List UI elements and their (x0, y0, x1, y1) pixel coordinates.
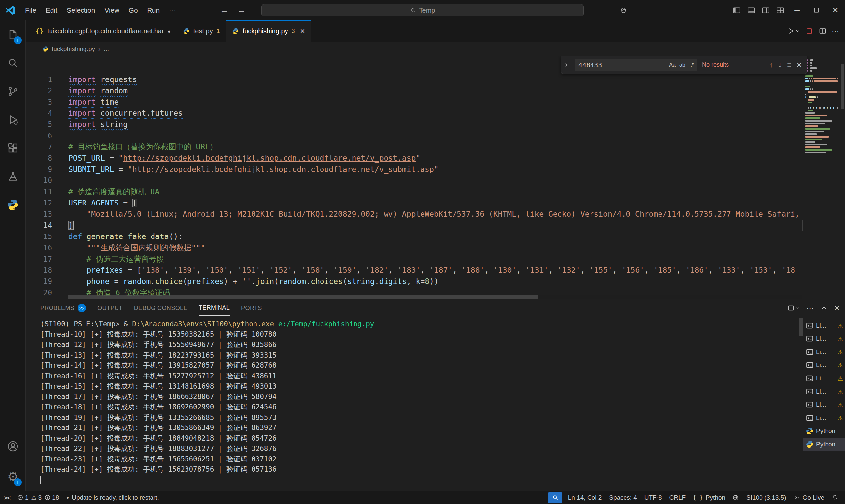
screen-reader-zoom-indicator[interactable] (548, 492, 562, 503)
code-line[interactable]: 5import string (26, 119, 803, 130)
code-line[interactable]: 15def generate_fake_data(): (26, 231, 803, 242)
menu-view[interactable]: View (100, 0, 124, 20)
editor-horizontal-scrollbar[interactable] (68, 294, 802, 300)
sync-dropdown-icon[interactable] (616, 0, 631, 20)
breadcrumb-more[interactable]: ... (104, 46, 109, 53)
breadcrumb-file[interactable]: fuckphishing.py (52, 46, 95, 53)
close-find-icon[interactable]: ✕ (796, 61, 802, 69)
problems-status[interactable]: 1 ⚠ 3 18 (14, 491, 63, 504)
indentation[interactable]: Spaces: 4 (605, 491, 641, 504)
code-line[interactable]: 16 """生成符合国内规则的假数据""" (26, 242, 803, 253)
run-python-file-button[interactable] (787, 27, 800, 35)
update-message[interactable]: ● Update is ready, click to restart. (63, 491, 163, 504)
sidebar-item-source-control[interactable] (0, 77, 26, 106)
maximize-panel-icon[interactable] (820, 304, 828, 312)
notifications-bell-icon[interactable] (828, 491, 842, 504)
code-line[interactable]: 19 phone = random.choice(prefixes) + ''.… (26, 276, 803, 287)
tab-output[interactable]: OUTPUT (98, 301, 122, 316)
tab-fuckphishing-py[interactable]: fuckphishing.py 3 ✕ (226, 20, 312, 41)
split-terminal-icon[interactable] (787, 304, 800, 312)
breadcrumb[interactable]: fuckphishing.py › ... (26, 42, 845, 56)
close-panel-icon[interactable]: ✕ (834, 304, 840, 312)
code-line[interactable]: 2import random (26, 85, 803, 96)
tab-test-py[interactable]: test.py 1 (177, 20, 226, 41)
terminal-scrollbar[interactable] (799, 318, 803, 336)
code-line[interactable]: 14] (26, 220, 803, 231)
terminal-tab-3[interactable]: Li...⚠ (803, 359, 845, 372)
toggle-sidebar-icon[interactable] (729, 0, 744, 20)
code-line[interactable]: 9SUBMIT_URL = "http://szopcdekli.bcdefgh… (26, 164, 803, 175)
python-interpreter[interactable]: SI100 (3.13.5) (743, 491, 790, 504)
eol-sequence[interactable]: CRLF (666, 491, 689, 504)
account-icon[interactable] (0, 432, 26, 461)
toggle-secondary-sidebar-icon[interactable] (758, 0, 773, 20)
terminal-tab-6[interactable]: Li...⚠ (803, 398, 845, 411)
encoding[interactable]: UTF-8 (641, 491, 666, 504)
nav-forward-icon[interactable]: → (237, 5, 246, 15)
code-line[interactable]: 1import requests (26, 74, 803, 85)
tab-ports[interactable]: PORTS (241, 301, 262, 316)
split-editor-icon[interactable] (818, 27, 827, 35)
terminal-tab-2[interactable]: Li...⚠ (803, 345, 845, 359)
sidebar-item-search[interactable] (0, 49, 26, 77)
code-line[interactable]: 3import time (26, 96, 803, 108)
stop-icon[interactable] (805, 27, 813, 35)
customize-layout-icon[interactable] (773, 0, 788, 20)
code-line[interactable]: 12USER_AGENTS = [ (26, 197, 803, 209)
code-line[interactable]: 8POST_URL = "http://szopcdekli.bcdefghij… (26, 152, 803, 164)
terminal-tab-4[interactable]: Li...⚠ (803, 372, 845, 385)
settings-gear-icon[interactable]: ⚙ 1 (0, 463, 26, 491)
minimize-button[interactable]: ─ (788, 0, 807, 20)
command-center-search[interactable]: Temp (261, 4, 584, 17)
cursor-position[interactable]: Ln 14, Col 2 (564, 491, 605, 504)
menu-run[interactable]: Run (143, 0, 165, 20)
menu-go[interactable]: Go (124, 0, 143, 20)
sidebar-item-extensions[interactable] (0, 134, 26, 162)
terminal-tab-1[interactable]: Li...⚠ (803, 332, 845, 345)
sidebar-item-run-debug[interactable] (0, 106, 26, 134)
code-line[interactable]: 7# 目标钓鱼接口（替换为你截图中的 URL） (26, 141, 803, 152)
language-mode[interactable]: { } Python (689, 491, 729, 504)
menu-file[interactable]: File (20, 0, 41, 20)
sidebar-item-python[interactable] (0, 191, 26, 219)
find-input[interactable] (575, 61, 667, 69)
editor[interactable]: 1import requests2import random3import ti… (26, 56, 845, 300)
code-line[interactable]: 4import concurrent.futures (26, 108, 803, 119)
panel-more-actions-icon[interactable]: ··· (806, 304, 814, 312)
go-live-button[interactable]: Go Live (790, 491, 828, 504)
code-line[interactable]: 18 prefixes = ['138', '139', '150', '151… (26, 265, 803, 276)
terminal-tab-7[interactable]: Li...⚠ (803, 411, 845, 425)
network-icon[interactable] (729, 491, 743, 504)
remote-indicator[interactable]: >< (0, 491, 14, 504)
close-window-button[interactable]: ✕ (826, 0, 845, 20)
find-in-selection-icon[interactable]: ≡ (787, 61, 791, 69)
toggle-panel-icon[interactable] (744, 0, 758, 20)
match-case-icon[interactable]: Aa (667, 62, 677, 68)
code-line[interactable]: 6 (26, 130, 803, 141)
terminal-tab-0[interactable]: Li...⚠ (803, 319, 845, 332)
editor-vertical-scrollbar[interactable] (840, 56, 845, 300)
previous-match-icon[interactable]: ↑ (770, 61, 773, 69)
tab-debug-console[interactable]: DEBUG CONSOLE (134, 301, 188, 316)
minimap[interactable] (803, 56, 840, 300)
whole-word-icon[interactable]: ab (677, 62, 687, 68)
toggle-replace-icon[interactable] (561, 56, 571, 74)
tab-problems[interactable]: PROBLEMS 22 (40, 301, 86, 316)
menu-selection[interactable]: Selection (62, 0, 100, 20)
regex-icon[interactable]: .* (687, 62, 697, 68)
code-line[interactable]: 17 # 伪造三大运营商号段 (26, 253, 803, 265)
next-match-icon[interactable]: ↓ (778, 61, 782, 69)
menu-edit[interactable]: Edit (41, 0, 62, 20)
close-tab-icon[interactable]: ✕ (300, 28, 305, 35)
menu-more[interactable]: ··· (164, 0, 180, 20)
tab-terminal[interactable]: TERMINAL (199, 301, 230, 316)
more-actions-icon[interactable]: ··· (832, 27, 839, 35)
code-line[interactable]: 11# 伪造高度逼真的随机 UA (26, 186, 803, 197)
terminal-tab-8[interactable]: Python (803, 425, 845, 438)
tab-har-file[interactable]: {} tuixcdolo.cgpf.top.cdn.cloudflare.net… (30, 20, 177, 41)
sidebar-item-testing[interactable] (0, 162, 26, 191)
code-line[interactable]: 10 (26, 175, 803, 186)
terminal-tab-9[interactable]: Python (803, 438, 845, 451)
terminal-tab-5[interactable]: Li...⚠ (803, 385, 845, 398)
code-line[interactable]: 13 "Mozilla/5.0 (Linux; Android 13; M210… (26, 209, 803, 220)
